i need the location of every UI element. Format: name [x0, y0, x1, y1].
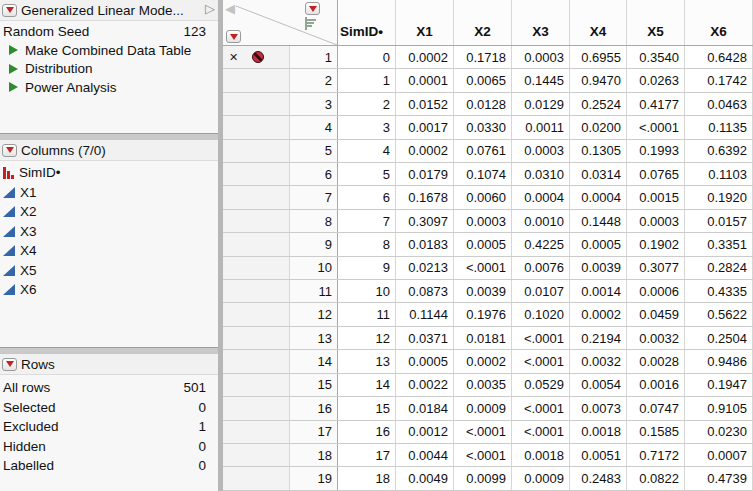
cell[interactable]: 0.1902: [627, 233, 685, 255]
row-number[interactable]: 13: [290, 327, 338, 349]
cell[interactable]: 11: [338, 303, 396, 325]
cell[interactable]: 0.0018: [512, 444, 570, 466]
cell[interactable]: 0.3540: [627, 46, 685, 68]
cell[interactable]: 0.6955: [570, 46, 627, 68]
column-header-x4[interactable]: X4: [570, 0, 627, 45]
cell[interactable]: 0.1585: [627, 421, 685, 443]
cell[interactable]: 0.1678: [396, 186, 454, 208]
cell[interactable]: 0.0012: [396, 421, 454, 443]
cell[interactable]: 5: [338, 163, 396, 185]
row-state-cell[interactable]: [223, 421, 290, 443]
column-list-item-4[interactable]: X3: [0, 222, 218, 242]
cell[interactable]: 0.2824: [685, 257, 753, 279]
cell[interactable]: 0.0003: [512, 140, 570, 162]
column-header-simid[interactable]: SimID•: [338, 0, 396, 45]
cell[interactable]: <.0001: [512, 350, 570, 372]
cell[interactable]: 0.0004: [570, 186, 627, 208]
cell[interactable]: 0.4177: [627, 93, 685, 115]
cell[interactable]: 0.0129: [512, 93, 570, 115]
cell[interactable]: 0.2524: [570, 93, 627, 115]
column-header-x5[interactable]: X5: [627, 0, 685, 45]
cell[interactable]: 0.0054: [570, 374, 627, 396]
row-number[interactable]: 7: [290, 186, 338, 208]
cell[interactable]: 0.0051: [570, 444, 627, 466]
action-item-1[interactable]: Make Combined Data Table: [0, 41, 218, 60]
column-list-item-1[interactable]: SimID•: [0, 163, 218, 183]
cell[interactable]: <.0001: [454, 421, 512, 443]
row-state-cell[interactable]: [223, 116, 290, 138]
cell[interactable]: 0.2194: [570, 327, 627, 349]
cell[interactable]: 0.0371: [396, 327, 454, 349]
cell[interactable]: 0.0006: [627, 280, 685, 302]
collapse-panel-icon[interactable]: ◀: [225, 1, 235, 16]
cell[interactable]: 8: [338, 233, 396, 255]
cell[interactable]: 0.9470: [570, 69, 627, 91]
cell[interactable]: 0.0001: [396, 69, 454, 91]
row-number[interactable]: 5: [290, 140, 338, 162]
row-state-cell[interactable]: [223, 257, 290, 279]
row-state-cell[interactable]: [223, 397, 290, 419]
cell[interactable]: 0.1993: [627, 140, 685, 162]
row-state-cell[interactable]: [223, 303, 290, 325]
cell[interactable]: 9: [338, 257, 396, 279]
row-number[interactable]: 9: [290, 233, 338, 255]
row-state-cell[interactable]: ✕: [223, 46, 290, 68]
row-number[interactable]: 12: [290, 303, 338, 325]
cell[interactable]: 0.0184: [396, 397, 454, 419]
disclosure-triangle-icon[interactable]: ▷: [205, 1, 215, 16]
cell[interactable]: 0.0002: [396, 140, 454, 162]
row-state-cell[interactable]: [223, 93, 290, 115]
cell[interactable]: <.0001: [512, 397, 570, 419]
cell[interactable]: 0.0017: [396, 116, 454, 138]
row-state-cell[interactable]: [223, 163, 290, 185]
cell[interactable]: 0.1305: [570, 140, 627, 162]
cell[interactable]: 0.0009: [512, 467, 570, 489]
cell[interactable]: 14: [338, 374, 396, 396]
row-number[interactable]: 3: [290, 93, 338, 115]
cell[interactable]: 0.0157: [685, 210, 753, 232]
cell[interactable]: 0.0181: [454, 327, 512, 349]
row-number[interactable]: 18: [290, 444, 338, 466]
cell[interactable]: 0.3077: [627, 257, 685, 279]
cell[interactable]: 0.9486: [685, 350, 753, 372]
column-list-item-5[interactable]: X4: [0, 241, 218, 261]
red-triangle-menu-icon[interactable]: [2, 358, 17, 371]
cell[interactable]: 0.0010: [512, 210, 570, 232]
cell[interactable]: 0.0765: [627, 163, 685, 185]
column-list-item-2[interactable]: X1: [0, 183, 218, 203]
row-state-cell[interactable]: [223, 327, 290, 349]
cell[interactable]: 0.6428: [685, 46, 753, 68]
row-number[interactable]: 8: [290, 210, 338, 232]
cell[interactable]: 0.1920: [685, 186, 753, 208]
cell[interactable]: 0.3351: [685, 233, 753, 255]
cell[interactable]: 0.0076: [512, 257, 570, 279]
column-header-x1[interactable]: X1: [396, 0, 454, 45]
cell[interactable]: 0.0263: [627, 69, 685, 91]
columns-menu-icon[interactable]: [305, 2, 320, 15]
cell[interactable]: 12: [338, 327, 396, 349]
cell[interactable]: 0.0015: [627, 186, 685, 208]
row-state-cell[interactable]: [223, 280, 290, 302]
row-state-cell[interactable]: [223, 374, 290, 396]
column-list-item-6[interactable]: X5: [0, 261, 218, 281]
cell[interactable]: 0.0005: [570, 233, 627, 255]
cell[interactable]: 0.0032: [570, 350, 627, 372]
row-state-cell[interactable]: [223, 350, 290, 372]
column-header-x3[interactable]: X3: [512, 0, 570, 45]
action-item-3[interactable]: Power Analysis: [0, 78, 218, 97]
cell[interactable]: 0.0005: [454, 233, 512, 255]
red-triangle-menu-icon[interactable]: [2, 4, 17, 17]
cell[interactable]: 0.0213: [396, 257, 454, 279]
cell[interactable]: 0.0747: [627, 397, 685, 419]
row-state-cell[interactable]: [223, 186, 290, 208]
row-number[interactable]: 4: [290, 116, 338, 138]
red-triangle-menu-icon[interactable]: [2, 144, 17, 157]
cell[interactable]: 0.0005: [396, 350, 454, 372]
row-number[interactable]: 1: [290, 46, 338, 68]
row-number[interactable]: 15: [290, 374, 338, 396]
cell[interactable]: 18: [338, 467, 396, 489]
cell[interactable]: 13: [338, 350, 396, 372]
cell[interactable]: 0.0099: [454, 467, 512, 489]
cell[interactable]: 0.0183: [396, 233, 454, 255]
row-number[interactable]: 10: [290, 257, 338, 279]
